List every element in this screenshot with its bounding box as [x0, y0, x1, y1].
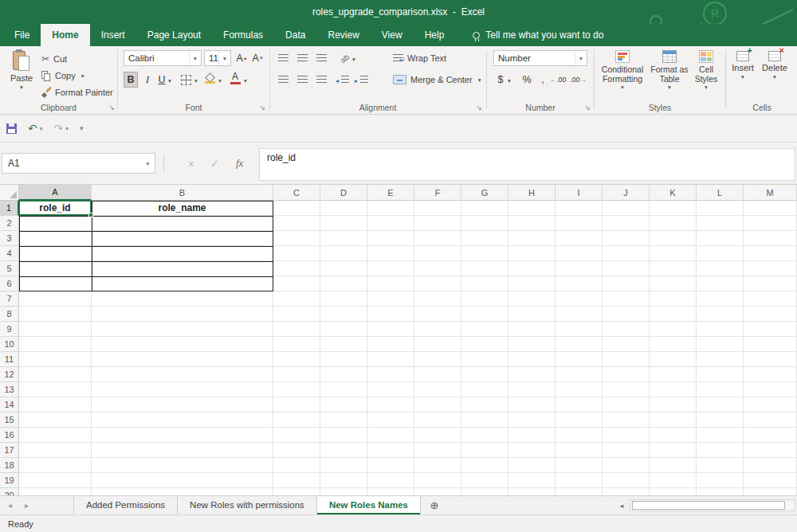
cell-H18[interactable] [508, 458, 556, 473]
cell-K16[interactable] [650, 428, 697, 443]
paste-button[interactable]: Paste ▾ [5, 49, 38, 90]
cell-M9[interactable] [744, 322, 797, 337]
cell-M5[interactable] [744, 261, 797, 276]
borders-button[interactable] [179, 72, 193, 88]
cell-A10[interactable] [19, 337, 92, 352]
cell-G15[interactable] [461, 413, 508, 428]
cell-A8[interactable] [19, 307, 92, 322]
cell-D1[interactable] [320, 201, 367, 216]
cell-F8[interactable] [414, 307, 461, 322]
row-header-9[interactable]: 9 [0, 322, 19, 337]
select-all-button[interactable] [0, 185, 19, 201]
cell-G10[interactable] [461, 337, 508, 352]
align-center-button[interactable] [295, 72, 309, 88]
cell-I10[interactable] [556, 337, 603, 352]
cell-A1[interactable]: role_id [19, 201, 92, 216]
ribbon-tab-formulas[interactable]: Formulas [212, 24, 274, 46]
cell-F7[interactable] [414, 291, 461, 307]
cut-button[interactable]: ✂ Cut [41, 52, 67, 66]
cell-C6[interactable] [273, 276, 320, 291]
cell-H2[interactable] [508, 216, 556, 231]
name-box[interactable]: A1 ▾ [2, 153, 155, 174]
merge-center-button[interactable]: Merge & Center ▾ [393, 72, 481, 87]
middle-align-button[interactable] [295, 50, 309, 66]
cell-J17[interactable] [603, 443, 650, 458]
cell-F10[interactable] [414, 337, 461, 352]
ribbon-tab-page-layout[interactable]: Page Layout [136, 24, 212, 46]
cell-I18[interactable] [556, 458, 603, 473]
cell-F19[interactable] [414, 473, 461, 488]
cell-L18[interactable] [697, 458, 744, 473]
cell-M2[interactable] [744, 216, 797, 231]
cell-M17[interactable] [744, 443, 797, 458]
scrollbar-thumb[interactable] [632, 501, 785, 510]
cell-B4[interactable] [92, 246, 273, 261]
save-button[interactable] [6, 123, 17, 134]
ribbon-tab-data[interactable]: Data [274, 24, 316, 46]
cell-D5[interactable] [320, 261, 367, 276]
cell-B2[interactable] [92, 216, 273, 231]
cell-L8[interactable] [697, 307, 744, 322]
cell-G18[interactable] [461, 458, 508, 473]
cell-D16[interactable] [320, 428, 367, 443]
row-header-5[interactable]: 5 [0, 261, 19, 276]
cell-B14[interactable] [92, 397, 273, 413]
cell-H8[interactable] [508, 307, 556, 322]
sheet-nav-right-icon[interactable]: ▸ [25, 501, 29, 510]
undo-button[interactable]: ↶▾ [28, 123, 43, 134]
cell-I7[interactable] [556, 291, 603, 307]
cell-D14[interactable] [320, 397, 367, 413]
font-dialog-launcher-icon[interactable]: ↘ [259, 104, 265, 111]
cell-J8[interactable] [603, 307, 650, 322]
cell-K3[interactable] [650, 231, 697, 246]
cell-J18[interactable] [603, 458, 650, 473]
cell-I1[interactable] [556, 201, 603, 216]
cell-M4[interactable] [744, 246, 797, 261]
cell-G1[interactable] [461, 201, 508, 216]
cell-E11[interactable] [367, 352, 414, 367]
cell-A11[interactable] [19, 352, 92, 367]
decrease-indent-button[interactable]: ◂ [338, 72, 352, 88]
cell-H9[interactable] [508, 322, 556, 337]
cell-A14[interactable] [19, 397, 92, 413]
cell-I2[interactable] [556, 216, 603, 231]
enter-icon[interactable]: ✓ [210, 158, 219, 170]
cell-L4[interactable] [697, 246, 744, 261]
cell-H6[interactable] [508, 276, 556, 291]
cell-C16[interactable] [273, 428, 320, 443]
cell-B16[interactable] [92, 428, 273, 443]
cell-H1[interactable] [508, 201, 556, 216]
cell-E19[interactable] [367, 473, 414, 488]
cell-G20[interactable] [461, 488, 508, 495]
cell-M8[interactable] [744, 307, 797, 322]
sheet-tab-new-roles-names[interactable]: New Roles Names [317, 496, 421, 514]
cell-E15[interactable] [367, 413, 414, 428]
cell-L11[interactable] [697, 352, 744, 367]
row-header-7[interactable]: 7 [0, 291, 19, 307]
format-cells-button[interactable]: F [792, 51, 797, 73]
cell-L6[interactable] [697, 276, 744, 291]
cell-G13[interactable] [461, 382, 508, 397]
column-header-F[interactable]: F [414, 185, 461, 201]
cell-H13[interactable] [508, 382, 556, 397]
cell-B11[interactable] [92, 352, 273, 367]
cell-C20[interactable] [273, 488, 320, 495]
italic-button[interactable]: I [140, 72, 155, 88]
cell-B5[interactable] [92, 261, 273, 276]
cell-C12[interactable] [273, 367, 320, 382]
cell-H11[interactable] [508, 352, 556, 367]
sheet-tab-new-roles-with-permissions[interactable]: New Roles with permissions [178, 496, 317, 514]
cancel-icon[interactable]: × [188, 158, 194, 170]
copy-button[interactable]: Copy ▾ [41, 68, 84, 83]
cell-J11[interactable] [603, 352, 650, 367]
cell-M15[interactable] [744, 413, 797, 428]
column-header-E[interactable]: E [367, 185, 414, 201]
cell-K18[interactable] [650, 458, 697, 473]
cell-E18[interactable] [367, 458, 414, 473]
cell-E17[interactable] [367, 443, 414, 458]
cell-L17[interactable] [697, 443, 744, 458]
cell-I15[interactable] [556, 413, 603, 428]
cell-I11[interactable] [556, 352, 603, 367]
cell-G17[interactable] [461, 443, 508, 458]
cell-E2[interactable] [367, 216, 414, 231]
